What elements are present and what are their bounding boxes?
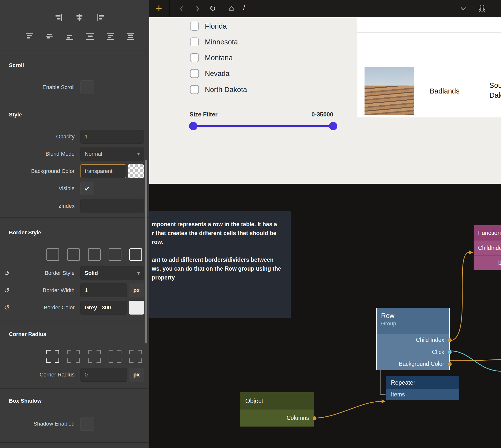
corner-all-icon[interactable] — [46, 350, 59, 363]
port-second-input[interactable]: b — [474, 255, 501, 270]
border-style-row: ↺ Border Style Solid ▾ — [0, 266, 149, 280]
border-all-icon[interactable] — [46, 248, 59, 261]
slider-track[interactable] — [193, 125, 333, 127]
shadow-enabled-checkbox[interactable] — [80, 417, 94, 431]
port-dot[interactable] — [448, 350, 452, 354]
home-icon[interactable]: ⌂ — [229, 3, 234, 13]
table-row[interactable]: Badlands Sou Dak — [357, 33, 501, 117]
port-click[interactable]: Click — [377, 346, 449, 358]
park-state: Sou Dak — [489, 80, 501, 100]
checkbox-row[interactable]: Minnesota — [190, 37, 238, 46]
align-middle-icon[interactable] — [45, 32, 54, 41]
blend-mode-row: Blend Mode Normal ▾ — [0, 147, 149, 161]
add-tab-button[interactable]: + — [156, 0, 162, 16]
checkbox[interactable] — [190, 69, 199, 78]
corner-radius-unit[interactable]: px — [129, 368, 144, 382]
border-bottom-icon[interactable] — [109, 248, 121, 261]
checkbox-row[interactable]: Florida — [190, 22, 227, 31]
opacity-value: 1 — [85, 133, 88, 140]
corner-bottom-left-icon[interactable] — [109, 350, 121, 363]
chevron-down-icon: ▾ — [137, 270, 140, 276]
checkbox-row[interactable]: Montana — [190, 53, 233, 62]
node-row[interactable]: Row Group Child Index Click Background C… — [376, 308, 450, 370]
port-child-index[interactable]: Child Index — [377, 334, 449, 346]
checkbox[interactable] — [190, 37, 199, 46]
blend-mode-label: Blend Mode — [0, 147, 75, 161]
port-dot[interactable] — [313, 416, 316, 420]
forward-icon[interactable] — [195, 5, 200, 14]
align-right-icon[interactable] — [54, 13, 63, 22]
checkbox[interactable] — [190, 53, 199, 62]
result-table: Badlands Sou Dak — [357, 18, 501, 117]
corner-radius-input[interactable]: 0 — [80, 368, 127, 382]
debug-icon[interactable] — [478, 4, 486, 14]
node-repeater[interactable]: Repeater Items — [386, 376, 459, 400]
border-width-unit[interactable]: px — [129, 283, 144, 297]
corner-top-right-icon[interactable] — [88, 350, 101, 363]
port-columns[interactable]: Columns — [240, 410, 314, 427]
align-left-icon[interactable] — [96, 13, 105, 22]
border-left-icon[interactable] — [129, 248, 142, 261]
node-row-header[interactable]: Row Group — [377, 308, 449, 334]
checkbox[interactable] — [190, 85, 199, 94]
blend-mode-select[interactable]: Normal ▾ — [80, 147, 144, 161]
align-bottom-icon[interactable] — [65, 32, 74, 41]
zindex-label: zIndex — [0, 199, 75, 213]
reload-icon[interactable]: ↻ — [209, 4, 216, 13]
corner-top-left-icon[interactable] — [67, 350, 80, 363]
space-between-icon[interactable] — [126, 32, 135, 41]
port-dot[interactable] — [448, 338, 452, 342]
border-top-icon[interactable] — [67, 248, 80, 261]
size-filter-range: 0-35000 — [273, 111, 333, 118]
node-function[interactable]: Function ChildInde b — [474, 225, 501, 270]
checkbox[interactable] — [190, 22, 199, 31]
stretch-vertical-icon[interactable] — [85, 32, 95, 41]
node-title[interactable]: Object — [240, 392, 314, 410]
slider-handle-max[interactable] — [329, 122, 337, 130]
port-background-color[interactable]: Background Color — [377, 358, 449, 370]
border-style-select[interactable]: Solid ▾ — [80, 266, 144, 280]
background-color-input[interactable]: transparent — [80, 164, 126, 178]
checkbox-label: Minnesota — [205, 38, 238, 46]
divider — [0, 51, 149, 51]
divider — [0, 217, 149, 218]
checkbox-label: Florida — [205, 22, 227, 30]
corner-radius-label: Corner Radius — [0, 368, 75, 382]
corner-radius-value: 0 — [85, 372, 88, 378]
opacity-input[interactable]: 1 — [80, 130, 144, 144]
node-editor-canvas[interactable]: mponent represents a row in the table. I… — [149, 184, 501, 448]
properties-panel: Scroll Enable Scroll Style Opacity 1 Ble… — [0, 0, 149, 448]
visible-checkbox[interactable]: ✔ — [80, 182, 94, 195]
corner-radius-section-title: Corner Radius — [9, 331, 46, 337]
zindex-input[interactable] — [80, 199, 144, 213]
port-child-index-input[interactable]: ChildInde — [474, 241, 501, 255]
distribute-vertical-icon[interactable] — [106, 32, 115, 41]
chevron-down-icon[interactable] — [460, 5, 467, 13]
back-icon[interactable] — [179, 5, 184, 14]
checkbox-row[interactable]: Nevada — [190, 69, 230, 78]
checkbox-row[interactable]: North Dakota — [190, 85, 247, 94]
url-path[interactable]: / — [243, 4, 245, 12]
background-color-row: Background Color transparent — [0, 164, 149, 178]
node-title[interactable]: Function — [474, 225, 501, 241]
background-color-swatch[interactable] — [128, 164, 144, 178]
app-window: Scroll Enable Scroll Style Opacity 1 Ble… — [0, 0, 501, 448]
sidebar-scrollbar[interactable] — [145, 160, 147, 343]
enable-scroll-checkbox[interactable] — [80, 80, 94, 94]
border-style-value: Solid — [85, 270, 98, 276]
border-width-input[interactable]: 1 — [80, 283, 127, 297]
corner-bottom-right-icon[interactable] — [129, 350, 142, 363]
node-object[interactable]: Object Columns — [240, 392, 314, 427]
align-top-icon[interactable] — [25, 32, 34, 41]
border-right-icon[interactable] — [88, 248, 101, 261]
border-color-input[interactable]: Grey - 300 — [80, 301, 127, 315]
port-items[interactable]: Items — [386, 389, 459, 400]
shadow-enabled-row: Shadow Enabled — [0, 417, 149, 431]
node-title[interactable]: Repeater — [386, 376, 459, 389]
slider-handle-min[interactable] — [189, 122, 197, 130]
align-center-horizontal-icon[interactable] — [75, 13, 84, 22]
divider — [0, 442, 149, 443]
divider — [0, 102, 149, 102]
border-color-swatch[interactable] — [129, 301, 144, 315]
port-dot[interactable] — [448, 362, 452, 366]
